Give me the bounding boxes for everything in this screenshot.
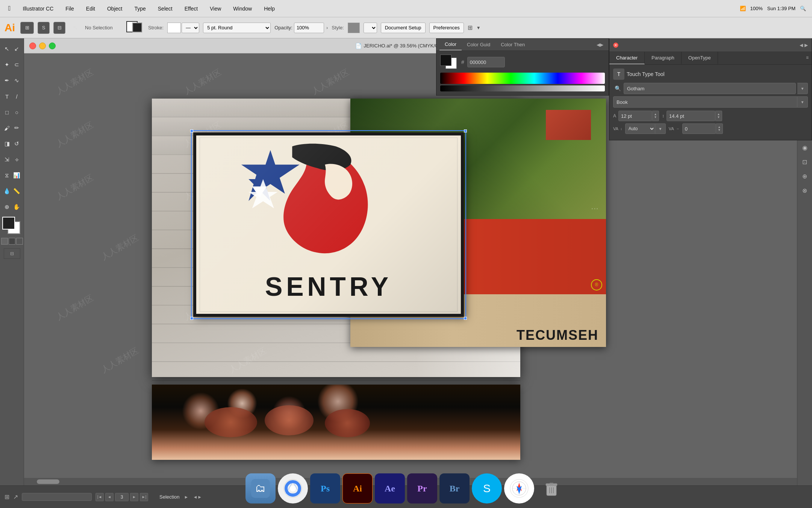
right-strip-pathfinder-button[interactable]: ⊗ [799, 184, 811, 196]
apple-menu[interactable]:  [6, 4, 13, 13]
leading-arrows[interactable]: ▲ ▼ [715, 111, 722, 121]
tab-opentype[interactable]: OpenType [682, 52, 718, 64]
right-strip-align-button[interactable]: ⊡ [799, 156, 811, 168]
right-strip-transform-button[interactable]: ⊕ [799, 170, 811, 182]
line-tool-button[interactable]: / [12, 89, 22, 104]
dock-after-effects[interactable]: Ae [375, 473, 405, 503]
color-panel-expand-icon[interactable]: ◀▶ [594, 40, 606, 50]
tracking-down-arrow[interactable]: ▼ [718, 129, 721, 132]
style-box[interactable] [348, 23, 360, 33]
hand-tool-button[interactable]: ✋ [12, 199, 22, 214]
ellipse-tool-button[interactable]: ○ [12, 105, 22, 120]
font-name-input[interactable] [624, 83, 796, 94]
curvature-tool-button[interactable]: ∿ [12, 73, 22, 88]
draw-behind-icon[interactable] [9, 238, 15, 245]
zoom-input[interactable]: 39.56% [22, 493, 92, 501]
warp-tool-button[interactable]: ⟡ [12, 152, 22, 167]
menu-window[interactable]: Window [231, 5, 254, 12]
menu-type[interactable]: Type [132, 5, 148, 12]
type-tool-button[interactable]: T [2, 89, 12, 104]
font-style-input[interactable] [613, 96, 797, 108]
hex-color-input[interactable] [467, 57, 505, 67]
selection-expand-icon[interactable]: ◄► [193, 494, 202, 500]
direct-selection-tool-button[interactable]: ↙ [12, 41, 22, 56]
page-prev-button[interactable]: ◄ [105, 493, 114, 501]
zoom-tool-button[interactable]: ⊕ [2, 199, 12, 214]
kerning-dropdown[interactable]: ▼ [655, 123, 666, 134]
page-first-button[interactable]: |◄ [95, 493, 104, 501]
toolbar-mode-icon[interactable]: ⊞ [20, 22, 34, 34]
draw-inside-icon[interactable] [16, 238, 23, 245]
status-export-icon[interactable]: ↗ [13, 493, 18, 500]
toolbar-shortcut-icon[interactable]: S [38, 22, 50, 34]
stroke-color-group[interactable]: — [167, 23, 199, 33]
page-last-button[interactable]: ►| [140, 493, 148, 501]
color-indicator[interactable] [2, 217, 22, 236]
close-window-button[interactable] [29, 43, 36, 49]
maximize-window-button[interactable] [49, 43, 56, 49]
measure-tool-button[interactable]: 📏 [12, 184, 22, 199]
scale-tool-button[interactable]: ⇲ [2, 152, 12, 167]
pen-tool-button[interactable]: ✒ [2, 73, 12, 88]
panel-arrow-left-icon[interactable]: ◀ [800, 43, 803, 48]
color-gradient-bar[interactable] [440, 73, 605, 84]
stroke-style-select[interactable]: — [182, 23, 199, 33]
style-dropdown[interactable]: ▼ [364, 23, 377, 33]
menu-effect[interactable]: Effect [182, 5, 200, 12]
dock-chrome[interactable] [278, 473, 308, 503]
selection-arrow-icon[interactable]: ► [184, 494, 188, 500]
tab-color[interactable]: Color [439, 39, 462, 50]
menubar-wifi-icon[interactable]: 📶 [740, 6, 746, 11]
foreground-background-swatches[interactable] [440, 55, 458, 70]
blend-tool-button[interactable]: ⧖ [2, 168, 12, 183]
fill-stroke-indicator[interactable] [126, 21, 144, 35]
menu-help[interactable]: Help [262, 5, 277, 12]
page-next-button[interactable]: ► [130, 493, 138, 501]
normal-mode-icon[interactable] [1, 238, 8, 245]
dock-photoshop[interactable]: Ps [310, 473, 340, 503]
status-embed-icon[interactable]: ⊞ [5, 493, 9, 500]
dock-bridge[interactable]: Br [439, 473, 470, 503]
tab-paragraph[interactable]: Paragraph [645, 52, 682, 64]
dock-safari[interactable] [504, 473, 534, 503]
eraser-tool-button[interactable]: ◨ [2, 136, 12, 151]
dock-premiere[interactable]: Pr [407, 473, 437, 503]
fill-box[interactable] [132, 23, 142, 32]
stroke-color-box[interactable] [167, 23, 181, 33]
dock-trash[interactable] [536, 473, 567, 503]
column-graph-button[interactable]: 📊 [12, 168, 22, 183]
menu-edit[interactable]: Edit [84, 5, 97, 12]
panel-options-icon[interactable]: ≡ [803, 52, 812, 64]
menu-illustrator-cc[interactable]: Illustrator CC [21, 5, 56, 12]
lasso-tool-button[interactable]: ⊂ [12, 57, 22, 72]
document-setup-button[interactable]: Document Setup [381, 23, 426, 33]
tracking-input[interactable]: 0 [682, 123, 716, 134]
page-number-input[interactable] [115, 493, 129, 501]
dock-skype[interactable]: S [472, 473, 502, 503]
brightness-bar[interactable] [440, 85, 605, 91]
h-scrollbar-thumb[interactable] [37, 479, 59, 484]
character-panel-close-button[interactable]: ✕ [613, 43, 618, 48]
dock-finder[interactable]: 🗂 [245, 473, 276, 503]
menu-object[interactable]: Object [105, 5, 124, 12]
foreground-color-swatch[interactable] [440, 55, 451, 66]
opacity-input[interactable] [294, 23, 324, 33]
artboard-mode-button[interactable]: ⊟ [4, 248, 20, 259]
fill-color-indicator[interactable] [2, 217, 15, 230]
right-strip-appearance-button[interactable]: ◉ [799, 141, 811, 154]
menu-view[interactable]: View [208, 5, 223, 12]
menubar-search-icon[interactable]: 🔍 [800, 6, 806, 11]
toolbar-arrange-icon[interactable]: ⊞ [468, 24, 473, 31]
eyedropper-tool-button[interactable]: 💧 [2, 184, 12, 199]
selection-tool-button[interactable]: ↖ [2, 41, 12, 56]
tab-color-themes[interactable]: Color Then [495, 39, 530, 50]
leading-down-arrow[interactable]: ▼ [717, 116, 720, 119]
leading-input[interactable]: 14.4 pt [667, 111, 715, 121]
menu-file[interactable]: File [63, 5, 76, 12]
toolbar-layout-icon[interactable]: ⊟ [53, 22, 65, 34]
panel-arrow-right-icon[interactable]: ▶ [804, 43, 808, 48]
font-name-dropdown[interactable]: ▼ [797, 83, 808, 94]
kerning-select[interactable]: Auto [625, 123, 655, 134]
font-size-input[interactable]: 12 pt [618, 111, 652, 121]
minimize-window-button[interactable] [39, 43, 46, 49]
